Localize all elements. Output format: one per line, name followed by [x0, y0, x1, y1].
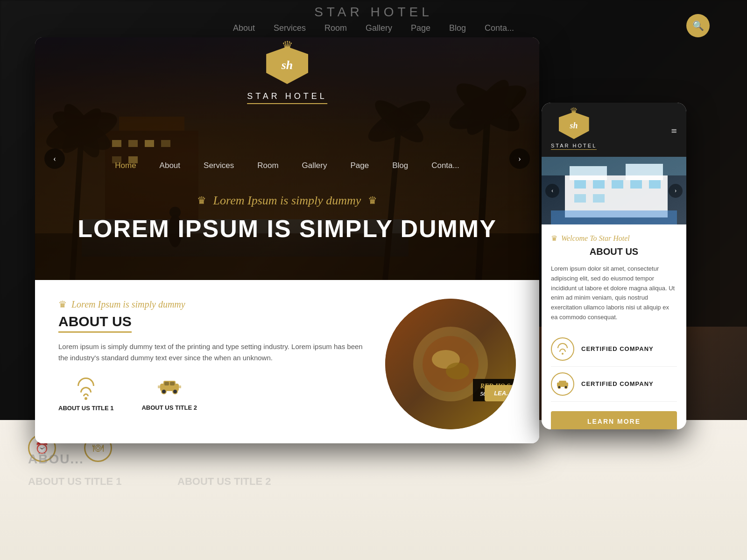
bg-nav-room: Room	[324, 23, 347, 33]
bg-about-title2: ABOUT US TITLE 2	[177, 476, 271, 488]
nav-services[interactable]: Services	[204, 161, 234, 170]
svg-point-54	[564, 385, 567, 388]
mobile-feature-1: CERTIFIED COMPANY	[551, 332, 677, 367]
svg-rect-4	[128, 140, 138, 147]
nav-gallery[interactable]: Gallery	[302, 161, 327, 170]
mobile-logo: ♛ sh STAR HOTEL	[551, 112, 597, 150]
car-icon	[158, 378, 181, 399]
mobile-feature-label-2: CERTIFIED COMPANY	[581, 380, 654, 387]
svg-rect-2	[119, 117, 184, 131]
hero-section: ♛ sh STAR HOTEL Home About Services Room…	[35, 37, 539, 280]
about-crown-icon: ♛	[58, 299, 67, 310]
svg-rect-6	[161, 140, 170, 147]
nav-home[interactable]: Home	[115, 161, 136, 170]
feature-wifi: ABOUT US TITLE 1	[58, 378, 113, 412]
mobile-header: ♛ sh STAR HOTEL ≡	[542, 103, 686, 157]
mobile-car-icon	[551, 372, 574, 396]
mobile-wifi-symbol	[557, 343, 568, 355]
mobile-hero-svg	[542, 157, 686, 224]
wifi-icon	[78, 378, 94, 400]
bg-nav-services: Services	[274, 23, 306, 33]
mobile-menu-button[interactable]: ≡	[671, 125, 677, 137]
desktop-card: ♛ sh STAR HOTEL Home About Services Room…	[35, 37, 539, 443]
crown-left-icon: ♛	[197, 195, 206, 207]
promo-badge: RED HO Sa 50 % OFF LEA...	[473, 379, 516, 401]
about-description: Lorem ipsum is simply dummy text of the …	[58, 341, 366, 364]
svg-rect-28	[170, 382, 175, 385]
feature-car: ABOUT US TITLE 2	[141, 378, 197, 412]
nav-blog[interactable]: Blog	[392, 161, 408, 170]
mobile-about-title: ABOUT US	[551, 246, 677, 257]
logo-shield: sh	[266, 47, 308, 84]
nav-contact[interactable]: Conta...	[431, 161, 459, 170]
mobile-carousel-next[interactable]: ›	[669, 184, 683, 198]
svg-rect-47	[574, 194, 586, 203]
feature-label-1: ABOUT US TITLE 1	[58, 405, 113, 412]
mobile-feature-2: CERTIFIED COMPANY	[551, 367, 677, 402]
bg-about-label: ABOU...	[28, 452, 84, 467]
mobile-carousel-prev[interactable]: ‹	[545, 184, 559, 198]
mobile-shield: sh	[559, 112, 589, 139]
about-image-svg	[385, 299, 516, 429]
mobile-learn-more-button[interactable]: LEARN MORE	[551, 411, 677, 429]
about-title: ABOUT US	[58, 314, 132, 333]
mobile-wifi-arc2	[559, 349, 566, 352]
hero-subtitle-text: Lorem Ipsum is simply dummy	[213, 194, 361, 208]
mobile-sh-text: sh	[570, 121, 578, 131]
carousel-prev-button[interactable]: ‹	[44, 148, 65, 169]
about-subtitle: Lorem Ipsum is simply dummy	[71, 299, 185, 310]
wifi-arc2	[80, 387, 92, 392]
mobile-wifi-dot	[562, 353, 564, 355]
bg-search-button[interactable]: 🔍	[686, 14, 710, 37]
mobile-wifi-arc1	[557, 343, 568, 348]
hero-title: LOREM IPSUM IS SIMPLY DUMMY	[35, 215, 539, 243]
about-crown-row: ♛ Lorem Ipsum is simply dummy	[58, 299, 366, 310]
bg-hotel-title: STAR HOTEL	[314, 5, 433, 20]
about-section: ♛ Lorem Ipsum is simply dummy ABOUT US L…	[35, 280, 539, 443]
mobile-welcome-text: Welcome To Star Hotel	[561, 234, 630, 243]
logo-sh-text: sh	[282, 58, 293, 72]
svg-rect-5	[145, 140, 154, 147]
svg-rect-43	[593, 180, 605, 189]
desktop-nav: Home About Services Room Gallery Page Bl…	[35, 154, 539, 177]
mobile-feature-label-1: CERTIFIED COMPANY	[581, 345, 654, 352]
mobile-car-svg	[556, 379, 570, 389]
svg-rect-32	[178, 385, 181, 388]
svg-rect-42	[574, 180, 586, 189]
mobile-hero-image: ‹ ›	[542, 157, 686, 224]
svg-point-29	[162, 389, 166, 394]
svg-rect-3	[112, 140, 121, 147]
svg-rect-27	[164, 382, 169, 385]
svg-rect-50	[542, 157, 686, 175]
hero-subtitle: ♛ Lorem Ipsum is simply dummy ♛	[35, 194, 539, 208]
svg-rect-52	[559, 381, 566, 384]
svg-rect-46	[649, 180, 661, 189]
svg-rect-49	[551, 210, 677, 224]
nav-page[interactable]: Page	[350, 161, 369, 170]
svg-rect-45	[630, 180, 642, 189]
bg-nav-gallery: Gallery	[366, 23, 392, 33]
search-icon: 🔍	[692, 20, 704, 31]
mobile-hotel-name: STAR HOTEL	[551, 143, 597, 150]
nav-about[interactable]: About	[160, 161, 180, 170]
learn-more-button[interactable]: LEA...	[485, 385, 516, 401]
mobile-wifi-icon	[551, 337, 574, 361]
svg-rect-44	[612, 180, 623, 189]
crown-right-icon: ♛	[368, 195, 377, 207]
svg-rect-31	[158, 385, 161, 388]
about-features: ABOUT US TITLE 1	[58, 378, 366, 412]
bg-navbar: About Services Room Gallery Page Blog Co…	[0, 23, 747, 33]
mobile-about-section: ♛ Welcome To Star Hotel ABOUT US Lorem i…	[542, 224, 686, 429]
mobile-welcome-row: ♛ Welcome To Star Hotel	[551, 234, 677, 243]
svg-point-37	[446, 363, 469, 379]
svg-point-53	[558, 385, 561, 388]
bg-nav-contact: Conta...	[485, 23, 514, 33]
mobile-about-desc: Lorem ipsum dolor sit amet, consectetur …	[551, 264, 677, 322]
bg-about-title1: ABOUT US TITLE 1	[28, 476, 121, 488]
svg-point-30	[173, 389, 177, 394]
carousel-next-button[interactable]: ›	[509, 148, 530, 169]
svg-rect-48	[593, 194, 605, 203]
nav-room[interactable]: Room	[257, 161, 278, 170]
desktop-logo: ♛ sh STAR HOTEL	[247, 47, 327, 104]
wifi-dot	[85, 397, 87, 400]
